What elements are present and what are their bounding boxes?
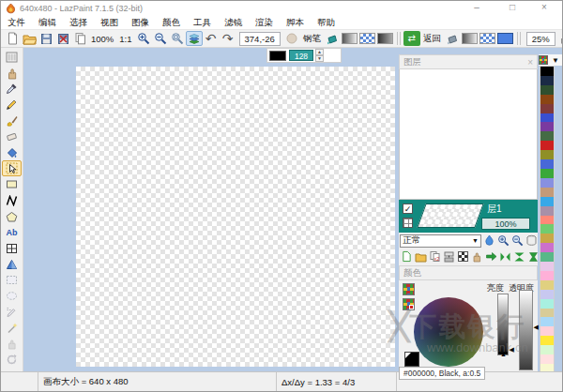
palette-color[interactable]: [540, 299, 554, 309]
menu-tools[interactable]: 工具: [187, 17, 218, 29]
menu-file[interactable]: 文件: [1, 17, 32, 29]
flood-fill-tool-icon[interactable]: [2, 144, 22, 160]
select-pen-tool-icon[interactable]: [2, 304, 22, 320]
layer-thumbnail[interactable]: [417, 204, 483, 228]
add-layer-from-file-icon[interactable]: [414, 250, 427, 264]
edit-shapes-tool-icon[interactable]: [2, 160, 22, 176]
pen-pattern-fill-icon[interactable]: [377, 33, 393, 44]
pen-color-swatch[interactable]: [269, 51, 286, 61]
zoom-window-icon[interactable]: [169, 31, 186, 46]
layer-name[interactable]: 层1: [487, 203, 502, 216]
magic-wand-tool-icon[interactable]: [2, 320, 22, 336]
palette-color[interactable]: [540, 131, 554, 141]
zoom-in-icon[interactable]: [135, 31, 152, 46]
deformation-grid-tool-icon[interactable]: [2, 240, 22, 256]
rotate-selection-tool-icon[interactable]: [2, 352, 22, 368]
copy-icon[interactable]: [71, 31, 88, 46]
flip-horizontal-icon[interactable]: [498, 250, 511, 264]
layer-zoom-out-icon[interactable]: [510, 234, 524, 248]
palette-color[interactable]: [540, 113, 554, 123]
menu-color[interactable]: 颜色: [156, 17, 187, 29]
menu-image[interactable]: 图像: [125, 17, 156, 29]
opacity-marker-icon[interactable]: ◀: [534, 324, 539, 330]
pen-texture-fill-icon[interactable]: [359, 33, 375, 44]
lightness-pointer-icon[interactable]: ▲: [500, 351, 507, 357]
flip-vertical-icon[interactable]: [512, 250, 525, 264]
undo-icon[interactable]: ↶: [203, 31, 220, 46]
palette-color[interactable]: [540, 317, 554, 326]
close-button[interactable]: ×: [530, 1, 558, 15]
back-gradient-fill-icon[interactable]: [462, 33, 478, 44]
hand-tool-icon[interactable]: [2, 65, 22, 81]
select-ellipse-tool-icon[interactable]: [2, 288, 22, 304]
palette-color[interactable]: [540, 345, 554, 354]
lightness-marker-icon[interactable]: ◀: [510, 346, 514, 353]
color-wheel-cursor[interactable]: [445, 328, 451, 335]
palette-color[interactable]: [540, 206, 554, 216]
palette-color[interactable]: [540, 67, 554, 76]
palette-color[interactable]: [540, 159, 554, 169]
layer-visibility-checkbox[interactable]: ✓: [403, 204, 413, 214]
layers-panel-header[interactable]: 图层 ×: [399, 54, 538, 69]
eraser-tool-icon[interactable]: [2, 128, 22, 144]
show-layers-icon[interactable]: [186, 31, 203, 46]
zoom-fit-button[interactable]: 100%: [88, 34, 116, 44]
new-layer-icon[interactable]: [400, 250, 413, 264]
menu-render[interactable]: 渲染: [249, 17, 280, 29]
layer-row-selected[interactable]: ✓ 层1 100%: [399, 200, 538, 233]
layer-storage-icon[interactable]: [525, 234, 538, 248]
palette-color[interactable]: [540, 290, 554, 299]
phong-shape-tool-icon[interactable]: [2, 256, 22, 272]
palette-color[interactable]: [540, 243, 554, 252]
layer-zoom-in-icon[interactable]: [496, 234, 510, 248]
new-document-icon[interactable]: [4, 31, 21, 46]
palette-color[interactable]: [540, 252, 554, 262]
color-wheel[interactable]: [414, 297, 483, 367]
pen-alpha-value[interactable]: 128: [289, 50, 313, 61]
palette-color[interactable]: [540, 122, 554, 131]
back-plain-fill-icon[interactable]: [444, 31, 461, 46]
pen-gradient-fill-icon[interactable]: [342, 33, 358, 44]
palette-color[interactable]: [540, 224, 554, 234]
move-layer-icon[interactable]: [470, 250, 483, 264]
polygon-tool-icon[interactable]: [2, 208, 22, 224]
palette-color[interactable]: [540, 141, 554, 150]
layer-opacity-value[interactable]: 100%: [481, 218, 530, 230]
palette-dropdown-icon[interactable]: ▼: [552, 56, 559, 65]
lightness-slider[interactable]: ◀ ▲: [497, 294, 509, 355]
palette-edit-icon[interactable]: [403, 298, 415, 310]
open-folder-icon[interactable]: [21, 31, 38, 46]
palette-color[interactable]: [540, 271, 554, 280]
palette-color[interactable]: [540, 178, 554, 188]
pen-alpha-spinner[interactable]: ▲▼: [315, 49, 324, 62]
polyline-tool-icon[interactable]: [2, 192, 22, 208]
palette-color[interactable]: [540, 309, 554, 318]
palette-color[interactable]: [540, 262, 554, 271]
redo-icon[interactable]: ↷: [220, 31, 236, 46]
palette-color[interactable]: [540, 336, 554, 345]
palette-color[interactable]: [540, 216, 554, 225]
canvas[interactable]: [76, 67, 395, 367]
pen-plain-fill-icon[interactable]: [324, 31, 341, 46]
menu-select[interactable]: 选择: [63, 17, 94, 29]
palette-color[interactable]: [540, 234, 554, 243]
menu-help[interactable]: 帮助: [311, 17, 342, 29]
palette-color[interactable]: [540, 169, 554, 178]
layers-close-icon[interactable]: ×: [527, 57, 537, 68]
arrow-move-icon[interactable]: [484, 250, 497, 264]
minimize-button[interactable]: –: [463, 1, 491, 15]
current-color-swatch[interactable]: [404, 352, 419, 367]
palette-color[interactable]: [540, 104, 554, 113]
colors-panel-header[interactable]: 颜色: [399, 265, 538, 280]
zoom-one-to-one-button[interactable]: 1:1: [116, 34, 134, 44]
select-rectangle-tool-icon[interactable]: [2, 272, 22, 288]
move-selection-tool-icon[interactable]: [2, 336, 22, 352]
palette-toggle-icon[interactable]: [403, 283, 415, 295]
rectangle-tool-icon[interactable]: [2, 176, 22, 192]
zoom-out-icon[interactable]: [152, 31, 169, 46]
palette-color[interactable]: [540, 95, 554, 104]
brush-tool-icon[interactable]: [2, 113, 22, 128]
palette-strip[interactable]: [540, 66, 555, 374]
swap-colors-icon[interactable]: ⇄: [403, 31, 420, 46]
tolerance-value[interactable]: 25%: [526, 32, 555, 46]
